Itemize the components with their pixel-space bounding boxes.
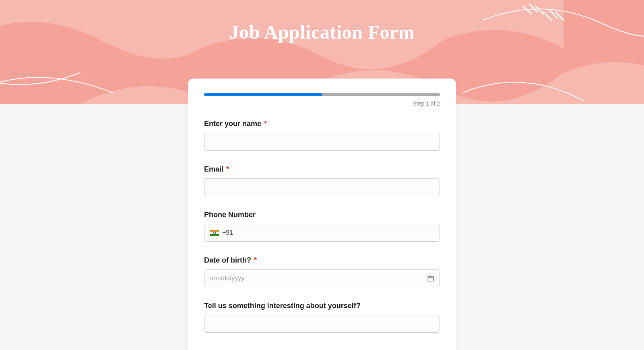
required-asterisk: * [254,256,257,264]
step-indicator: Step 1 of 2 [204,100,440,107]
flag-icon-india [210,230,219,236]
dob-label-text: Date of birth? [204,256,251,264]
progress-container [204,93,440,96]
form-group-email: Email * [204,165,440,196]
page-title: Job Application Form [0,0,644,43]
country-code: +91 [222,229,233,236]
name-input[interactable] [204,133,440,151]
email-label-text: Email [204,165,223,173]
name-label: Enter your name * [204,120,440,128]
progress-bar [204,93,440,96]
form-group-name: Enter your name * [204,120,440,151]
form-group-phone: Phone Number +91 [204,211,440,242]
date-input-wrapper [204,269,440,287]
dob-input[interactable] [204,269,440,287]
about-label: Tell us something interesting about your… [204,302,440,310]
dob-label: Date of birth? * [204,256,440,265]
required-asterisk: * [264,120,267,128]
form-group-dob: Date of birth? * [204,256,440,287]
phone-label-text: Phone Number [204,211,256,219]
phone-input-wrapper[interactable]: +91 [204,224,440,242]
progress-fill [204,93,322,96]
about-input[interactable] [204,315,440,333]
name-label-text: Enter your name [204,120,261,128]
phone-input[interactable] [233,229,434,236]
email-label: Email * [204,165,440,174]
form-group-about: Tell us something interesting about your… [204,302,440,333]
required-asterisk: * [226,165,229,173]
form-card: Step 1 of 2 Enter your name * Email * Ph… [188,79,456,350]
about-label-text: Tell us something interesting about your… [204,302,361,310]
phone-label: Phone Number [204,211,440,219]
email-input[interactable] [204,178,440,196]
